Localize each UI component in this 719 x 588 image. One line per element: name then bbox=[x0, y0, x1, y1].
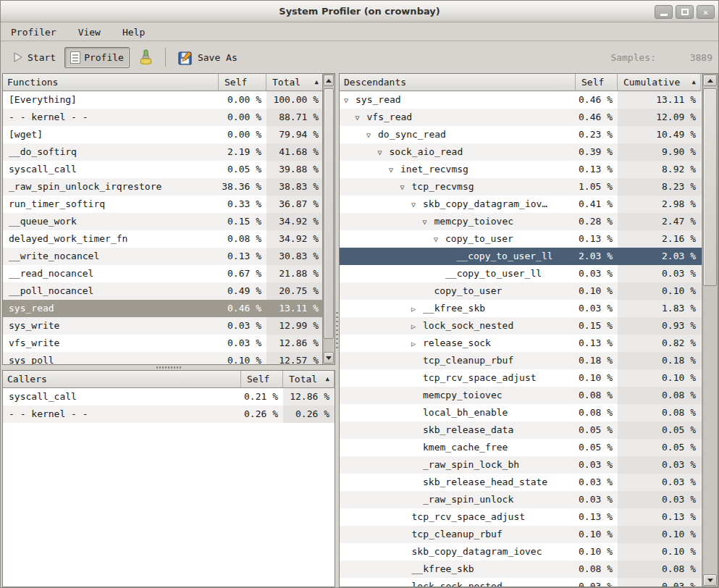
scrollbar-thumb[interactable] bbox=[703, 88, 717, 286]
functions-scrollbar[interactable] bbox=[322, 74, 335, 364]
brush-icon bbox=[138, 49, 153, 65]
table-row[interactable]: ▽tcp_recvmsg1.05 %8.23 % bbox=[340, 178, 702, 196]
scrollbar-thumb[interactable] bbox=[324, 88, 334, 339]
table-row[interactable]: syscall_call0.21 %12.86 % bbox=[3, 388, 335, 406]
table-row[interactable]: __kfree_skb0.08 %0.08 % bbox=[340, 560, 702, 578]
function-name-cell: _raw_spin_unlock bbox=[340, 491, 576, 508]
expander-closed-icon[interactable]: ▷ bbox=[411, 301, 423, 317]
table-row[interactable]: ▽skb_copy_datagram_iov…0.41 %2.98 % bbox=[340, 196, 702, 213]
expander-open-icon[interactable]: ▽ bbox=[434, 231, 445, 248]
table-row[interactable]: skb_copy_datagram_iovec0.10 %0.10 % bbox=[340, 543, 702, 560]
table-row[interactable]: local_bh_enable0.08 %0.08 % bbox=[340, 404, 702, 421]
table-row[interactable]: delayed_work_timer_fn0.08 %34.92 % bbox=[3, 230, 322, 248]
scroll-down-button[interactable] bbox=[324, 352, 334, 364]
table-row[interactable]: [wget]0.00 %79.94 % bbox=[3, 126, 322, 143]
table-row[interactable]: ▽vfs_read0.46 %12.09 % bbox=[340, 109, 702, 126]
descendants-self-column-header[interactable]: Self bbox=[576, 74, 618, 91]
table-row[interactable]: ▽sock_aio_read0.39 %9.90 % bbox=[340, 143, 702, 161]
table-row[interactable]: __queue_work0.15 %34.92 % bbox=[3, 213, 322, 230]
menu-view[interactable]: View bbox=[77, 25, 102, 39]
callers-panel: Callers Self Total ▲ syscall_call0.21 %1… bbox=[2, 370, 335, 587]
table-row[interactable]: tcp_rcv_space_adjust0.10 %0.10 % bbox=[340, 369, 702, 387]
expander-open-icon[interactable]: ▽ bbox=[344, 92, 356, 109]
table-row[interactable]: copy_to_user0.10 %0.10 % bbox=[340, 282, 702, 300]
table-row[interactable]: skb_release_head_state0.03 %0.03 % bbox=[340, 474, 702, 491]
reset-button[interactable] bbox=[133, 45, 159, 70]
table-row[interactable]: skb_release_data0.05 %0.05 % bbox=[340, 421, 702, 439]
table-row[interactable]: tcp_rcv_space_adjust0.13 %0.13 % bbox=[340, 508, 702, 526]
functions-column-header[interactable]: Functions bbox=[3, 74, 219, 91]
expander-open-icon[interactable]: ▽ bbox=[356, 109, 367, 126]
table-row[interactable]: tcp_cleanup_rbuf0.10 %0.10 % bbox=[340, 526, 702, 543]
start-button[interactable]: Start bbox=[7, 47, 62, 67]
table-row[interactable]: _raw_spin_unlock0.03 %0.03 % bbox=[340, 491, 702, 508]
expander-open-icon[interactable]: ▽ bbox=[389, 161, 400, 178]
expander-open-icon[interactable]: ▽ bbox=[423, 214, 434, 230]
callers-column-header[interactable]: Callers bbox=[3, 371, 241, 388]
table-row[interactable]: __copy_to_user_ll0.03 %0.03 % bbox=[340, 265, 702, 282]
table-row[interactable]: _raw_spin_unlock_irqrestore38.36 %38.83 … bbox=[3, 178, 322, 196]
table-row[interactable]: sys_read0.46 %13.11 % bbox=[3, 300, 322, 317]
table-row[interactable]: __poll_nocancel0.49 %20.75 % bbox=[3, 282, 322, 300]
expander-closed-icon[interactable]: ▷ bbox=[411, 318, 423, 335]
table-row[interactable]: syscall_call0.05 %39.88 % bbox=[3, 161, 322, 178]
table-row[interactable]: memcpy_toiovec0.08 %0.08 % bbox=[340, 387, 702, 404]
table-row[interactable]: sys_write0.03 %12.99 % bbox=[3, 317, 322, 335]
scroll-up-button[interactable] bbox=[324, 75, 334, 86]
descendants-scrollbar[interactable] bbox=[702, 74, 718, 587]
table-row[interactable]: ▽do_sync_read0.23 %10.49 % bbox=[340, 126, 702, 143]
self-value: 0.00 % bbox=[219, 91, 266, 109]
save-as-button[interactable]: Save As bbox=[172, 46, 243, 70]
menu-help[interactable]: Help bbox=[121, 25, 146, 39]
table-row[interactable]: lock_sock_nested0.03 %0.03 % bbox=[340, 578, 702, 587]
table-row[interactable]: __do_softirq2.19 %41.68 % bbox=[3, 143, 322, 161]
expander-closed-icon[interactable]: ▷ bbox=[411, 335, 423, 352]
function-name-cell: ▽tcp_recvmsg bbox=[340, 178, 576, 196]
table-row[interactable]: ▷lock_sock_nested0.15 %0.93 % bbox=[340, 317, 702, 335]
table-row[interactable]: - - kernel - -0.00 %88.71 % bbox=[3, 109, 322, 126]
horizontal-splitter[interactable] bbox=[2, 365, 335, 370]
table-row[interactable]: tcp_cleanup_rbuf0.18 %0.18 % bbox=[340, 352, 702, 369]
callers-total-column-header[interactable]: Total ▲ bbox=[283, 371, 335, 388]
function-name: __copy_to_user_ll bbox=[457, 251, 553, 261]
scroll-up-button[interactable] bbox=[703, 75, 717, 86]
table-row[interactable]: ▷release_sock0.13 %0.82 % bbox=[340, 335, 702, 352]
table-row[interactable]: ▽memcpy_toiovec0.28 %2.47 % bbox=[340, 213, 702, 230]
titlebar[interactable]: System Profiler (on crownbay) ✕ bbox=[1, 1, 718, 22]
table-row[interactable]: run_timer_softirq0.33 %36.87 % bbox=[3, 196, 322, 213]
table-row[interactable]: ▽copy_to_user0.13 %2.16 % bbox=[340, 230, 702, 248]
table-row[interactable]: kmem_cache_free0.05 %0.05 % bbox=[340, 439, 702, 456]
table-row[interactable]: sys_poll0.10 %12.57 % bbox=[3, 352, 322, 364]
table-row[interactable]: ▽inet_recvmsg0.13 %8.92 % bbox=[340, 161, 702, 178]
expander-open-icon[interactable]: ▽ bbox=[411, 196, 423, 213]
callers-self-column-header[interactable]: Self bbox=[241, 371, 283, 388]
self-value: 0.13 % bbox=[576, 508, 618, 526]
cumulative-value: 2.98 % bbox=[618, 196, 701, 213]
table-row[interactable]: __read_nocancel0.67 %21.88 % bbox=[3, 265, 322, 282]
expander-open-icon[interactable]: ▽ bbox=[366, 127, 378, 143]
minimize-button[interactable] bbox=[655, 5, 673, 19]
table-row[interactable]: vfs_write0.03 %12.86 % bbox=[3, 335, 322, 352]
table-row[interactable]: __copy_to_user_ll2.03 %2.03 % bbox=[340, 248, 702, 265]
table-row[interactable]: _raw_spin_lock_bh0.03 %0.03 % bbox=[340, 456, 702, 474]
profile-toggle-button[interactable]: Profile bbox=[64, 47, 130, 68]
function-name-cell: syscall_call bbox=[3, 161, 219, 178]
table-row[interactable]: ▷__kfree_skb0.03 %1.83 % bbox=[340, 300, 702, 317]
scroll-down-button[interactable] bbox=[703, 574, 717, 586]
function-name: lock_sock_nested bbox=[412, 581, 503, 587]
functions-self-column-header[interactable]: Self bbox=[219, 74, 266, 91]
menu-profiler[interactable]: Profiler bbox=[9, 25, 58, 39]
functions-total-column-header[interactable]: Total ▲ bbox=[266, 74, 322, 91]
function-name-cell: ▽sock_aio_read bbox=[340, 143, 576, 161]
table-row[interactable]: - - kernel - -0.26 %0.26 % bbox=[3, 406, 335, 423]
expander-open-icon[interactable]: ▽ bbox=[378, 144, 390, 161]
maximize-button[interactable] bbox=[676, 5, 694, 19]
table-row[interactable]: ▽sys_read0.46 %13.11 % bbox=[340, 91, 702, 109]
descendants-cumulative-column-header[interactable]: Cumulative ▲ bbox=[618, 74, 701, 91]
table-row[interactable]: __write_nocancel0.13 %30.83 % bbox=[3, 248, 322, 265]
close-button[interactable]: ✕ bbox=[697, 5, 715, 19]
table-row[interactable]: [Everything]0.00 %100.00 % bbox=[3, 91, 322, 109]
descendants-column-header[interactable]: Descendants bbox=[340, 74, 576, 91]
function-name-cell: __read_nocancel bbox=[3, 265, 219, 282]
expander-open-icon[interactable]: ▽ bbox=[400, 179, 412, 196]
